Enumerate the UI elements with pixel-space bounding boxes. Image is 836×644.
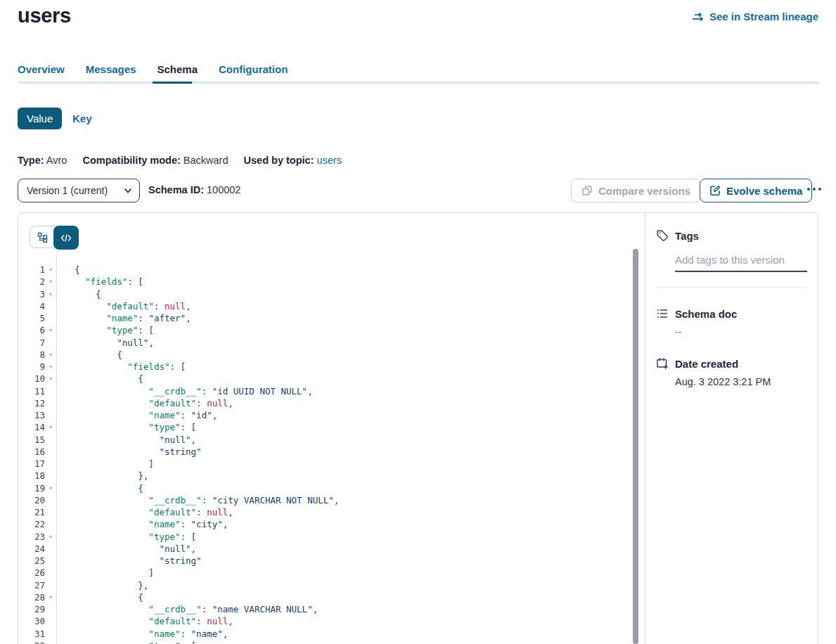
- line-number: 14: [18, 421, 45, 433]
- used-by-topic-label: Used by topic:: [244, 155, 314, 166]
- schema-id: Schema ID: 100002: [148, 184, 240, 195]
- gutter-line: 5: [18, 312, 56, 324]
- more-options-button[interactable]: [806, 185, 823, 193]
- gutter-line: 2▾: [18, 276, 56, 288]
- tree-icon: [37, 232, 48, 243]
- code-line: },: [75, 470, 339, 482]
- code-line: "name": "after",: [75, 312, 339, 324]
- tab-schema[interactable]: Schema: [157, 63, 198, 84]
- view-toggle: [30, 226, 79, 248]
- code-line: ]: [75, 567, 339, 579]
- code-icon: [60, 233, 72, 243]
- gutter-line: 14▾: [18, 421, 56, 433]
- fold-toggle-icon[interactable]: ▾: [45, 421, 56, 433]
- fold-toggle-icon[interactable]: ▾: [45, 288, 56, 300]
- fold-toggle-icon[interactable]: ▾: [45, 373, 56, 385]
- line-number: 30: [18, 615, 45, 627]
- gutter-line: 19▾: [18, 482, 56, 494]
- fold-toggle-icon[interactable]: ▾: [45, 591, 56, 603]
- gutter-line: 31: [18, 628, 56, 640]
- code-line: "default": null,: [75, 300, 339, 312]
- gutter-line: 24: [18, 543, 56, 555]
- fold-toggle-icon[interactable]: ▾: [45, 482, 56, 494]
- line-number: 1: [18, 264, 45, 276]
- tab-configuration[interactable]: Configuration: [219, 63, 288, 84]
- date-created-value: Aug. 3 2022 3:21 PM: [675, 376, 807, 387]
- gutter-line: 32▾: [18, 640, 56, 644]
- editor-scrollbar[interactable]: [633, 249, 638, 644]
- gutter-line: 4: [18, 300, 56, 312]
- line-number: 15: [18, 434, 45, 446]
- tags-section: Tags: [656, 229, 807, 272]
- evolve-schema-button[interactable]: Evolve schema: [700, 179, 812, 202]
- code-line: "default": null,: [75, 506, 339, 518]
- line-number: 27: [18, 579, 45, 591]
- line-number: 23: [18, 531, 45, 543]
- code-line: "name": "city",: [75, 518, 339, 530]
- line-number: 10: [18, 373, 45, 385]
- evolve-schema-label: Evolve schema: [726, 185, 802, 197]
- schema-code-section: 1▾2▾3▾456▾78▾9▾10▾11121314▾1516171819▾20…: [18, 213, 645, 644]
- code-line: "fields": [: [75, 276, 339, 288]
- tab-bar: Overview Messages Schema Configuration: [18, 63, 288, 84]
- fold-toggle-icon[interactable]: ▾: [45, 324, 56, 336]
- code-line: "__crdb__": "name VARCHAR NULL",: [75, 603, 339, 615]
- fold-toggle-icon[interactable]: ▾: [45, 276, 56, 288]
- code-line: "type": [: [75, 421, 339, 433]
- compare-versions-button[interactable]: Compare versions: [571, 179, 701, 202]
- code-line: "type": [: [75, 640, 339, 644]
- fold-toggle-icon[interactable]: ▾: [45, 531, 56, 543]
- schema-doc-title: Schema doc: [675, 308, 737, 320]
- code-line: "type": [: [75, 324, 339, 336]
- gutter-line: 30: [18, 615, 56, 627]
- gutter-line: 12: [18, 397, 56, 409]
- code-line: "null",: [75, 434, 339, 446]
- code-line: "null",: [75, 337, 339, 349]
- compatibility-value: Backward: [184, 155, 229, 166]
- tree-view-button[interactable]: [30, 226, 54, 247]
- version-select[interactable]: Version 1 (current): [18, 179, 140, 202]
- fold-toggle-icon[interactable]: ▾: [45, 349, 56, 361]
- gutter-line: 8▾: [18, 349, 56, 361]
- gutter: 1▾2▾3▾456▾78▾9▾10▾11121314▾1516171819▾20…: [18, 254, 57, 644]
- line-number: 19: [18, 482, 45, 494]
- value-toggle-button[interactable]: Value: [18, 108, 62, 129]
- sidebar-divider: [657, 287, 806, 288]
- code-view-button[interactable]: [53, 226, 79, 250]
- line-number: 26: [18, 567, 45, 579]
- code-editor[interactable]: 1▾2▾3▾456▾78▾9▾10▾11121314▾1516171819▾20…: [18, 254, 645, 644]
- tab-messages[interactable]: Messages: [86, 63, 136, 84]
- code-line: "null",: [75, 543, 339, 555]
- gutter-line: 28▾: [18, 591, 56, 603]
- code-line: {: [75, 591, 339, 603]
- stream-lineage-icon: [692, 12, 705, 22]
- schema-panel: 1▾2▾3▾456▾78▾9▾10▾11121314▾1516171819▾20…: [18, 212, 818, 644]
- line-number: 20: [18, 494, 45, 506]
- line-number: 8: [18, 349, 45, 361]
- fold-toggle-icon[interactable]: ▾: [45, 361, 56, 373]
- fold-toggle-icon[interactable]: ▾: [45, 640, 56, 644]
- fold-toggle-icon[interactable]: ▾: [45, 264, 56, 276]
- stream-lineage-link[interactable]: See in Stream lineage: [692, 11, 818, 22]
- gutter-line: 22: [18, 518, 56, 530]
- line-number: 21: [18, 506, 45, 518]
- code-line: "__crdb__": "id UUID NOT NULL",: [75, 385, 339, 397]
- code-line: {: [75, 349, 339, 361]
- line-number: 13: [18, 409, 45, 421]
- topic-link[interactable]: users: [316, 155, 341, 166]
- gutter-line: 7: [18, 337, 56, 349]
- date-created-title: Date created: [675, 358, 738, 370]
- schema-doc-value: --: [675, 326, 807, 337]
- schema-id-label: Schema ID:: [148, 184, 204, 195]
- type-value: Avro: [46, 155, 67, 166]
- active-tab-indicator: [153, 82, 192, 84]
- tags-input[interactable]: [675, 254, 807, 272]
- tab-overview[interactable]: Overview: [18, 63, 65, 84]
- gutter-line: 15: [18, 434, 56, 446]
- key-toggle-button[interactable]: Key: [72, 112, 92, 124]
- gutter-line: 10▾: [18, 373, 56, 385]
- gutter-line: 27: [18, 579, 56, 591]
- gutter-line: 26: [18, 567, 56, 579]
- line-number: 25: [18, 555, 45, 567]
- code-line: "__crdb__": "city VARCHAR NOT NULL",: [75, 494, 339, 506]
